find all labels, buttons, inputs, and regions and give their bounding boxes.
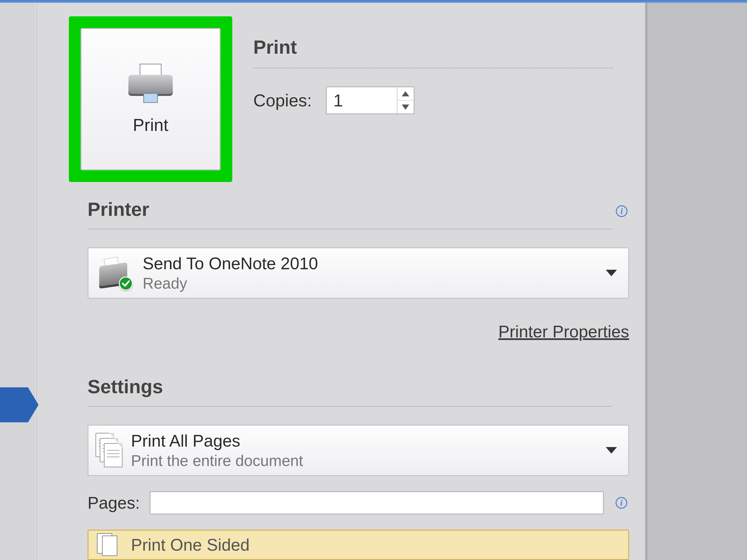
print-section-header: Print [253, 36, 297, 58]
pages-input[interactable] [150, 491, 604, 514]
printer-select[interactable]: Send To OneNote 2010 Ready [87, 247, 629, 299]
page-side-icon [96, 533, 124, 557]
dropdown-caret-icon [606, 447, 617, 454]
copies-spinner[interactable] [326, 86, 415, 114]
printer-properties-row: Printer Properties [87, 322, 629, 341]
settings-heading-text: Settings [87, 376, 163, 398]
printer-icon [126, 64, 175, 106]
range-option-subtitle: Print the entire document [131, 452, 598, 470]
pages-icon [96, 433, 124, 468]
checkmark-icon [119, 276, 133, 291]
printer-status: Ready [143, 274, 598, 292]
title-bar [0, 0, 747, 3]
chevron-down-icon [402, 105, 409, 110]
right-gutter [645, 0, 747, 560]
range-option-title: Print All Pages [131, 431, 598, 450]
separator [87, 406, 612, 407]
info-icon[interactable]: i [616, 205, 627, 217]
nav-active-tab-arrow [28, 387, 38, 422]
separator [253, 68, 613, 69]
copies-row: Copies: [253, 86, 415, 114]
copies-label: Copies: [253, 90, 312, 110]
nav-active-tab[interactable] [0, 387, 28, 422]
info-icon[interactable]: i [616, 497, 627, 509]
pages-label: Pages: [87, 493, 140, 512]
copies-step-down[interactable] [397, 101, 414, 113]
print-range-select[interactable]: Print All Pages Print the entire documen… [87, 425, 629, 476]
highlight-frame: Print [69, 16, 232, 182]
sides-select[interactable]: Print One Sided [87, 530, 629, 560]
right-gutter-border [645, 0, 647, 560]
printer-section-header: Printer [87, 198, 149, 220]
pages-row: Pages: i [87, 489, 629, 517]
separator [87, 229, 612, 229]
printer-name: Send To OneNote 2010 [143, 254, 598, 273]
print-button[interactable]: Print [80, 28, 221, 170]
sides-option-title: Print One Sided [131, 535, 250, 554]
sidebar-background [0, 0, 35, 560]
settings-section-header: Settings [87, 376, 163, 398]
printer-properties-link[interactable]: Printer Properties [498, 322, 629, 341]
chevron-up-icon [402, 91, 409, 96]
printer-status-icon [96, 256, 135, 291]
copies-step-up[interactable] [397, 87, 414, 101]
print-button-label: Print [133, 115, 168, 135]
printer-heading-text: Printer [87, 198, 149, 220]
copies-input[interactable] [327, 87, 397, 113]
print-heading-text: Print [253, 36, 297, 58]
dropdown-caret-icon [606, 270, 617, 276]
